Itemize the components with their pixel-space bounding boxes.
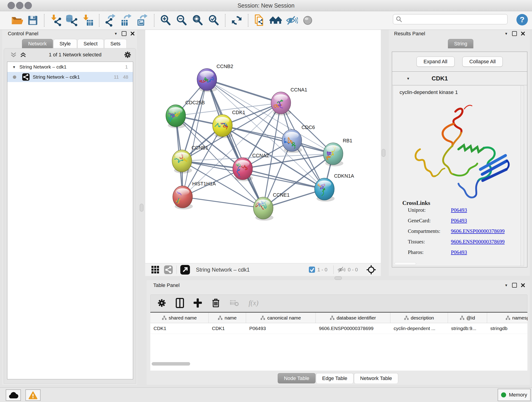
tab-edge-table[interactable]: Edge Table [316, 373, 354, 383]
network-node-cdc6[interactable]: CDC6 [282, 125, 315, 153]
network-edge[interactable] [222, 126, 333, 154]
show-columns-icon[interactable] [176, 298, 184, 308]
table-cell[interactable]: stringdb [487, 323, 527, 334]
table-cell[interactable]: CDK1 [209, 323, 246, 334]
entry-header[interactable]: ▼ CDK1 [392, 72, 527, 85]
column-header-namespace[interactable]: namespace [487, 313, 527, 323]
zoom-fit-button[interactable] [191, 14, 204, 27]
tab-sets[interactable]: Sets [104, 39, 127, 48]
table-hscrollbar-thumb[interactable] [152, 362, 190, 366]
warnings-button[interactable] [25, 389, 41, 401]
show-glass-button[interactable] [301, 14, 314, 27]
string-network-icon[interactable] [164, 265, 173, 274]
network-node-ccnb2[interactable]: CCNB2 [196, 64, 233, 92]
control-panel-menu-icon[interactable]: ▼ [114, 32, 118, 35]
crosslink-link[interactable]: 9606.ENSP00000378699 [451, 228, 505, 234]
network-node-rb1[interactable]: RB1 [323, 138, 352, 166]
zoom-selected-button[interactable] [207, 14, 220, 27]
import-table-button[interactable] [81, 14, 94, 27]
network-view-canvas[interactable]: CCNB2 CCNA1 CDC25B CDK1 CDC6 [145, 30, 381, 263]
hidden-eye-icon[interactable] [337, 266, 346, 273]
import-network-database-button[interactable] [65, 14, 78, 27]
cloud-button[interactable] [6, 389, 21, 401]
column-header-description[interactable]: description [390, 313, 448, 323]
table-cell[interactable]: stringdb:9... [448, 323, 487, 334]
tab-string[interactable]: String [448, 39, 473, 48]
crosslink-link[interactable]: P06493 [451, 218, 467, 224]
network-node-hist1h1a[interactable]: HIST1H1A [173, 181, 216, 210]
share-document-button[interactable] [253, 14, 266, 27]
network-node-ccne1[interactable]: CCNE1 [253, 192, 290, 221]
hide-glass-button[interactable] [285, 14, 298, 27]
control-panel-float-icon[interactable] [122, 31, 127, 36]
memory-button[interactable]: Memory [498, 389, 531, 401]
table-cell[interactable]: 9606.ENSP00000378699 [316, 323, 390, 334]
crosslink-link[interactable]: P06493 [451, 207, 467, 213]
results-panel-float-icon[interactable] [512, 31, 517, 36]
network-tree-row[interactable]: ▼ String Network – cdk1 1 [7, 62, 133, 72]
collapse-all-networks-icon[interactable] [10, 52, 17, 58]
search-input[interactable] [402, 16, 507, 22]
show-grid-icon[interactable] [151, 266, 159, 274]
entry-scrollbar[interactable] [520, 86, 524, 266]
right-splitter-handle[interactable] [382, 149, 385, 157]
table-panel-float-icon[interactable] [512, 283, 517, 288]
network-tree-row[interactable]: String Network – cdk1 11 48 [7, 72, 133, 82]
refresh-layout-button[interactable] [230, 14, 243, 27]
network-edge[interactable] [207, 80, 281, 103]
export-table-button[interactable] [120, 14, 133, 27]
string-home-button[interactable] [269, 14, 282, 27]
table-panel-close-icon[interactable] [521, 283, 525, 287]
tab-network-table[interactable]: Network Table [354, 373, 398, 383]
selected-checkbox-icon[interactable] [309, 267, 315, 273]
export-image-button[interactable] [136, 14, 149, 27]
table-panel-menu-icon[interactable]: ▼ [505, 283, 508, 287]
tree-expander-icon[interactable]: ▼ [12, 65, 16, 69]
crosslink-link[interactable]: 9606.ENSP00000378699 [451, 239, 505, 245]
column-header--id[interactable]: @id [448, 313, 487, 323]
column-header-name[interactable]: name [209, 313, 246, 323]
network-node-cdk1[interactable]: CDK1 [211, 110, 245, 138]
crosslink-link[interactable]: P06493 [451, 249, 467, 255]
entry-hscrollbar[interactable] [394, 262, 416, 265]
network-node-cdkn1a[interactable]: CDKN1A [315, 173, 354, 202]
search-box[interactable] [393, 14, 507, 24]
expand-all-button[interactable]: Expand All [417, 57, 455, 67]
tab-style[interactable]: Style [53, 39, 77, 48]
network-edge[interactable] [207, 80, 263, 208]
save-session-button[interactable] [26, 14, 39, 27]
results-panel-menu-icon[interactable]: ▼ [505, 32, 508, 35]
export-network-button[interactable] [104, 14, 117, 27]
entry-collapse-icon[interactable]: ▼ [406, 77, 410, 80]
import-network-button[interactable] [49, 14, 62, 27]
column-header-shared-name[interactable]: shared name [150, 313, 209, 323]
fit-selected-crosshair-icon[interactable] [366, 265, 376, 275]
table-row[interactable]: CDK1CDK1P064939606.ENSP00000378699cyclin… [150, 323, 527, 334]
table-cell[interactable]: P06493 [246, 323, 316, 334]
tab-node-table[interactable]: Node Table [278, 373, 316, 383]
column-header-canonical-name[interactable]: canonical name [246, 313, 316, 323]
zoom-out-button[interactable] [175, 14, 188, 27]
network-edge[interactable] [243, 169, 324, 189]
network-node-ccnb1[interactable]: CCNB1 [172, 145, 208, 173]
tab-network[interactable]: Network [22, 39, 53, 48]
network-edge[interactable] [183, 197, 263, 208]
zoom-in-button[interactable] [159, 14, 172, 27]
column-header-database-identifier[interactable]: database identifier [316, 313, 390, 323]
collapse-all-button[interactable]: Collapse All [462, 57, 503, 67]
delete-column-trash-icon[interactable] [211, 298, 220, 308]
left-splitter-handle[interactable] [140, 204, 143, 211]
tab-select[interactable]: Select [77, 39, 104, 48]
add-column-icon[interactable] [194, 298, 202, 307]
birdseye-view-icon[interactable] [180, 265, 190, 274]
table-cell[interactable]: CDK1 [150, 323, 209, 334]
network-node-ccna1[interactable]: CCNA1 [271, 87, 307, 115]
table-settings-gear-icon[interactable] [157, 299, 166, 307]
control-panel-close-icon[interactable] [131, 32, 134, 36]
bottom-splitter-handle[interactable] [335, 276, 342, 280]
expand-all-networks-icon[interactable] [20, 52, 26, 58]
network-options-gear-icon[interactable] [124, 51, 131, 58]
table-cell[interactable]: cyclin-dependent ... [390, 323, 448, 334]
results-panel-close-icon[interactable] [521, 32, 525, 36]
open-session-button[interactable] [10, 14, 23, 27]
